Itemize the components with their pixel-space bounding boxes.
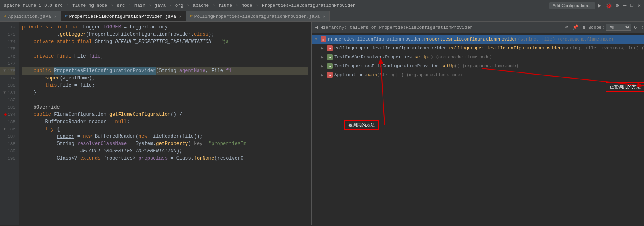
line-number-187: 187 — [0, 133, 15, 140]
panel-minimize-icon[interactable]: ◀ — [315, 24, 318, 30]
annotation-box-callers: 正在调用的方法 — [606, 82, 644, 92]
tree-expand-2[interactable]: ▶ — [321, 55, 325, 60]
tree-method-icon-2: m — [327, 54, 333, 60]
top-bar-right-actions: Add Configuration... ▶ 🐞 ⚙ — □ ✕ — [549, 2, 642, 10]
add-configuration-button[interactable]: Add Configuration... — [549, 2, 595, 9]
code-line-189: DEFAULT_PROPERTIES_IMPLEMENTATION); — [22, 147, 308, 155]
tree-item-2[interactable]: ▶ m TestEnvVarResolver·Properties.setUp(… — [318, 53, 644, 62]
code-line-172: private static final Logger LOGGER = Log… — [22, 23, 308, 31]
code-line-187: reader = new BufferedReader(new FileRead… — [22, 133, 308, 140]
line-number-175: 175 — [0, 45, 15, 53]
hierarchy-panel: ◀ Hierarchy: Callers of PropertiesFileCo… — [312, 22, 644, 225]
code-area: 172 173 174 175 176 177 ▼ 178 179 180 ▼ … — [0, 22, 311, 225]
code-line-180: this.file = file; — [22, 82, 308, 89]
fold-icon-186[interactable]: ▼ — [3, 126, 6, 133]
hierarchy-tool-1[interactable]: ⊗ — [564, 24, 570, 31]
tab-application[interactable]: J Application.java ✕ — [0, 11, 61, 21]
hierarchy-title: Hierarchy: Callers of PropertiesFileConf… — [320, 25, 472, 30]
scope-label: Scope: — [588, 25, 604, 30]
line-number-182: 182 — [0, 96, 15, 104]
hierarchy-header: ◀ Hierarchy: Callers of PropertiesFileCo… — [312, 22, 644, 33]
tab-close-application[interactable]: ✕ — [54, 14, 57, 19]
code-line-184: public FlumeConfiguration getFlumeConfig… — [22, 111, 308, 118]
code-line-175 — [22, 45, 308, 53]
line-number-177: 177 — [0, 60, 15, 67]
line-number-183: 183 — [0, 104, 15, 111]
breadcrumb: apache-flume-1.9.0-src › flume-ng-node ›… — [2, 2, 357, 9]
line-number-178: ▼ 178 — [0, 67, 15, 75]
tree-item-4[interactable]: ▶ m Application.main(String[]) (org.apac… — [318, 70, 644, 79]
class-icon: P — [65, 14, 68, 19]
settings-icon[interactable]: ⚙ — [615, 2, 620, 10]
tree-item-3[interactable]: ▶ m TestPropertiesFileConfigurationProvi… — [318, 62, 644, 70]
code-line-183: @Override — [22, 104, 308, 111]
code-line-179: super(agentName); — [22, 75, 308, 82]
tab-close-polling[interactable]: ✕ — [323, 14, 325, 19]
tab-bar: J Application.java ✕ P PropertiesFileCon… — [0, 11, 644, 22]
line-number-174: 174 — [0, 38, 15, 45]
line-number-173: 173 — [0, 31, 15, 38]
line-number-190: 190 — [0, 155, 15, 162]
maximize-icon[interactable]: □ — [629, 2, 634, 9]
tree-item-text-4: Application.main(String[]) (org.apache.f… — [334, 72, 644, 77]
code-line-176: private final File file; — [22, 53, 308, 60]
line-number-181: ▼ 181 — [0, 89, 15, 96]
code-content: private static final Logger LOGGER = Log… — [19, 22, 311, 225]
line-number-189: 189 — [0, 147, 15, 155]
debug-icon[interactable]: 🐞 — [605, 2, 613, 10]
run-icon[interactable]: ▶ — [597, 2, 602, 10]
code-line-174: private static final String DEFAULT_PROP… — [22, 38, 308, 45]
top-toolbar: apache-flume-1.9.0-src › flume-ng-node ›… — [0, 0, 644, 11]
line-number-186: ▼ 186 — [0, 126, 15, 133]
hierarchy-tool-sort[interactable]: ⇅ — [581, 24, 587, 31]
tree-expand-4[interactable]: ▶ — [321, 73, 325, 77]
annotation-box-callee: 被调用的方法 — [344, 120, 379, 130]
line-number-180: 180 — [0, 82, 15, 89]
fold-icon-181[interactable]: ▼ — [3, 89, 6, 96]
hierarchy-tool-pin[interactable]: 📌 — [571, 24, 580, 31]
code-line-173: .getLogger(PropertiesFileConfigurationPr… — [22, 31, 308, 38]
tree-item-1[interactable]: ▶ m PollingPropertiesFileConfigurationPr… — [318, 44, 644, 53]
code-line-186: try { — [22, 126, 308, 133]
tree-expand-1[interactable]: ▶ — [321, 46, 325, 51]
tab-propertiesfileprovider[interactable]: P PropertiesFileConfigurationProvider.ja… — [61, 11, 186, 21]
tree-method-icon-0: m — [321, 36, 326, 42]
line-numbers: 172 173 174 175 176 177 ▼ 178 179 180 ▼ … — [0, 22, 19, 225]
code-line-190: Class<? extends Properties> propsclass =… — [22, 155, 308, 162]
code-line-188: String resolverClassName = System.getPro… — [22, 140, 308, 147]
line-number-184: ● 184 — [0, 111, 15, 118]
breakpoint-184[interactable]: ● — [4, 111, 7, 118]
code-line-185: BufferedReader reader = null; — [22, 118, 308, 126]
code-editor-panel: 172 173 174 175 176 177 ▼ 178 179 180 ▼ … — [0, 22, 312, 225]
refresh-icon[interactable]: ↻ — [633, 24, 638, 31]
tab-pollingproperties[interactable]: P PollingPropertiesFileConfigurationProv… — [186, 11, 330, 21]
close-icon[interactable]: ✕ — [637, 2, 642, 10]
code-line-178: public PropertiesFileConfigurationProvid… — [22, 67, 308, 75]
tree-item-0[interactable]: ▼ m PropertiesFileConfigurationProvider.… — [312, 35, 644, 44]
tree-method-icon-4: m — [327, 72, 333, 78]
minimize-icon[interactable]: — — [623, 2, 627, 9]
line-number-185: 185 — [0, 118, 15, 126]
main-content: 172 173 174 175 176 177 ▼ 178 179 180 ▼ … — [0, 22, 644, 225]
tree-item-text-0: PropertiesFileConfigurationProvider.Prop… — [328, 37, 644, 42]
java-icon: J — [4, 14, 6, 19]
line-number-172: 172 — [0, 23, 15, 31]
java-icon-2: P — [190, 14, 193, 19]
code-line-177 — [22, 60, 308, 67]
fold-icon-178[interactable]: ▼ — [3, 67, 6, 75]
tree-method-icon-1: m — [327, 45, 333, 51]
expand-icon[interactable]: ↕ — [640, 24, 644, 31]
tree-item-text-2: TestEnvVarResolver·Properties.setUp() (o… — [334, 55, 644, 60]
tree-method-icon-3: m — [327, 63, 333, 69]
tree-expand-0[interactable]: ▼ — [315, 37, 319, 41]
tree-item-text-1: PollingPropertiesFileConfigurationProvid… — [334, 46, 644, 51]
line-number-188: 188 — [0, 140, 15, 147]
code-line-182 — [22, 96, 308, 104]
tree-expand-3[interactable]: ▶ — [321, 64, 325, 68]
scope-selector[interactable]: All Project — [606, 24, 631, 31]
line-number-179: 179 — [0, 75, 15, 82]
tree-item-text-3: TestPropertiesFileConfigurationProvider.… — [334, 64, 644, 68]
tab-close-properties[interactable]: ✕ — [179, 14, 182, 19]
code-line-181: } — [22, 89, 308, 96]
line-number-176: 176 — [0, 53, 15, 60]
